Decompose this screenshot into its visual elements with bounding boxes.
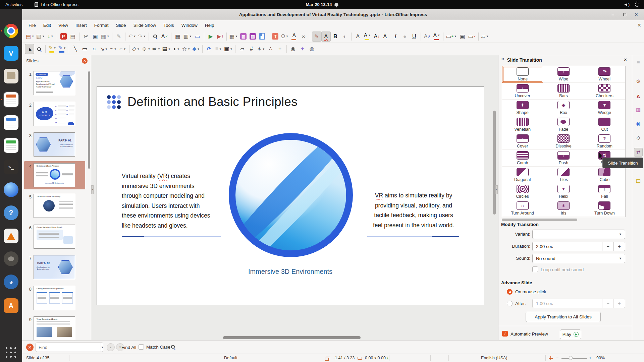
transition-list-scrollbar[interactable]: [502, 219, 577, 221]
rotate-button[interactable]: ⟳: [204, 44, 214, 54]
edit-points-button[interactable]: ∴: [266, 44, 275, 54]
duration-stepper[interactable]: 2.00 sec − +: [532, 242, 625, 251]
glue-points-button[interactable]: +: [275, 44, 285, 54]
slide-thumbnail-image[interactable]: 目 录CONTENTS0102030405060708: [34, 102, 75, 126]
display-grid-button[interactable]: ▦: [173, 32, 182, 42]
slide-thumbnail-image[interactable]: Current Market and Future Growth: [34, 225, 75, 249]
insert-line-button[interactable]: ╲: [71, 44, 80, 54]
tab-slide-transition[interactable]: ⇄: [634, 148, 643, 157]
undo-dropdown-icon[interactable]: ▼: [133, 35, 136, 38]
flowchart-button[interactable]: ▤▼: [161, 44, 172, 54]
character-shadow-button[interactable]: ◐: [340, 32, 350, 42]
dock-item-gimp[interactable]: [3, 251, 19, 266]
paste-dropdown-icon[interactable]: ▼: [107, 35, 109, 38]
display-views-button[interactable]: ▥▼: [182, 32, 193, 42]
dock-item-vlc[interactable]: [3, 228, 19, 244]
image-filter-dropdown-icon[interactable]: ▼: [262, 48, 265, 51]
slide-thumbnail-8[interactable]: 8Gaming and Interactive Experiences: [24, 284, 85, 312]
transition-iris[interactable]: ✶Iris: [543, 200, 584, 217]
callouts-dropdown-icon[interactable]: ▼: [177, 48, 180, 51]
clear-formatting-button[interactable]: A✗: [423, 32, 432, 42]
symbol-shapes-dropdown-icon[interactable]: ▼: [148, 48, 151, 51]
after-radio[interactable]: [507, 301, 513, 306]
vertical-scrollbar[interactable]: [493, 111, 496, 215]
zoom-in-button[interactable]: +: [589, 355, 592, 360]
after-decrease-button[interactable]: −: [602, 299, 613, 308]
font-color-dropdown-icon[interactable]: ▼: [437, 34, 440, 37]
insert-table-dropdown-icon[interactable]: ▼: [235, 35, 238, 38]
after-increase-button[interactable]: +: [613, 299, 625, 308]
menu-file[interactable]: File: [25, 21, 40, 29]
loop-sound-checkbox[interactable]: [532, 266, 538, 272]
slide-thumbnail-image[interactable]: Virtual Concerts and Events: [34, 316, 75, 340]
right-splitter-handle[interactable]: ▸: [495, 185, 498, 194]
center-circle-image[interactable]: [229, 133, 353, 257]
transition-wipe[interactable]: ↑Wipe: [543, 66, 584, 83]
delete-slide-button[interactable]: ▭×: [467, 32, 477, 42]
transition-turn-down[interactable]: Turn Down: [584, 200, 625, 217]
insert-chart-button[interactable]: ▟: [258, 32, 267, 42]
find-replace-button[interactable]: [151, 32, 160, 42]
transition-dissolve[interactable]: Dissolve: [543, 133, 584, 150]
new-slide-dropdown-icon[interactable]: ▼: [454, 35, 457, 38]
duration-decrease-button[interactable]: −: [602, 242, 613, 251]
highlight-color-button[interactable]: A▼: [363, 32, 372, 42]
save-dropdown-icon[interactable]: ▼: [51, 35, 53, 38]
tab-styles[interactable]: A: [634, 92, 643, 101]
redo-dropdown-icon[interactable]: ▼: [143, 35, 146, 38]
curve-button[interactable]: ~▼: [109, 44, 118, 54]
zoom-pan-button[interactable]: [34, 44, 44, 54]
master-slide-button[interactable]: ▭: [193, 32, 202, 42]
zoom-slider-track[interactable]: [561, 358, 587, 359]
curve-dropdown-icon[interactable]: ▼: [114, 48, 117, 51]
left-text-block[interactable]: Virtual reality (VR) createsimmersive 3D…: [122, 171, 222, 231]
basic-shapes-button[interactable]: ◇▼: [131, 44, 141, 54]
tab-gallery[interactable]: ▦: [634, 106, 643, 114]
dock-item-ubuntu[interactable]: ◕: [3, 274, 19, 290]
dock-item-calc[interactable]: [3, 138, 19, 153]
dock-item-terminal[interactable]: >_: [3, 159, 19, 175]
3d-controller-button[interactable]: ◍: [307, 44, 317, 54]
dock-item-impress[interactable]: [3, 92, 19, 107]
freeform-pen-button[interactable]: ✎: [312, 32, 321, 42]
block-arrows-dropdown-icon[interactable]: ▼: [158, 48, 160, 51]
match-case-checkbox[interactable]: [139, 344, 144, 350]
arrange-objects-dropdown-icon[interactable]: ▼: [230, 48, 232, 51]
connectors-dropdown-icon[interactable]: ▼: [123, 48, 126, 51]
line-color-button[interactable]: ✎▼: [57, 44, 67, 54]
display-views-dropdown-icon[interactable]: ▼: [189, 35, 192, 38]
animation-button[interactable]: ✦: [298, 44, 307, 54]
interaction-button[interactable]: ◉: [288, 44, 298, 54]
transition-cover[interactable]: ↓Cover: [502, 133, 543, 150]
zoom-slider-knob[interactable]: [569, 356, 573, 360]
copy-button[interactable]: ▣: [91, 32, 100, 42]
slide-number-status[interactable]: Slide 4 of 35: [26, 356, 50, 360]
apply-to-all-slides-button[interactable]: Apply Transition to All Slides: [526, 312, 601, 322]
sidebar-menu-icon[interactable]: ≡: [634, 58, 643, 67]
open-file-dropdown-icon[interactable]: ▼: [42, 35, 45, 38]
focused-app-menu[interactable]: LibreOffice Impress: [35, 2, 78, 7]
transition-venetian[interactable]: Venetian: [502, 116, 543, 133]
menu-help[interactable]: Help: [201, 21, 218, 29]
cut-button[interactable]: ✂: [81, 32, 91, 42]
slide-thumbnail-image[interactable]: PART- 02Applications in Entertainment: [34, 255, 75, 279]
fit-slide-icon[interactable]: [549, 356, 553, 360]
insert-textbox-button[interactable]: T: [271, 32, 280, 42]
dock-item-files[interactable]: [3, 68, 19, 84]
power-icon[interactable]: [635, 2, 639, 7]
slide-thumbnail-image[interactable]: YOUR LOGO20XXApplications andDevelopment…: [34, 71, 75, 95]
transition-wedge[interactable]: ▼Wedge: [584, 100, 625, 116]
save-button[interactable]: ↓▼: [46, 32, 55, 42]
slides-panel-close-icon[interactable]: ✕: [82, 58, 88, 64]
clone-formatting-button[interactable]: ✎: [114, 32, 123, 42]
menu-format[interactable]: Format: [91, 21, 112, 29]
transition-box[interactable]: ◆Box: [543, 100, 584, 116]
volume-icon[interactable]: ): [625, 2, 630, 7]
slide-thumbnail-6[interactable]: 6Current Market and Future Growth: [24, 223, 85, 251]
font-color-button[interactable]: A▼: [432, 32, 441, 42]
export-pdf-button[interactable]: P: [59, 32, 68, 42]
grow-font-button[interactable]: A↑: [381, 32, 391, 42]
new-slide-button[interactable]: ▭+▼: [445, 32, 458, 42]
zoom-out-button[interactable]: −: [556, 355, 559, 360]
lines-arrows-button[interactable]: ↘▼: [99, 44, 109, 54]
